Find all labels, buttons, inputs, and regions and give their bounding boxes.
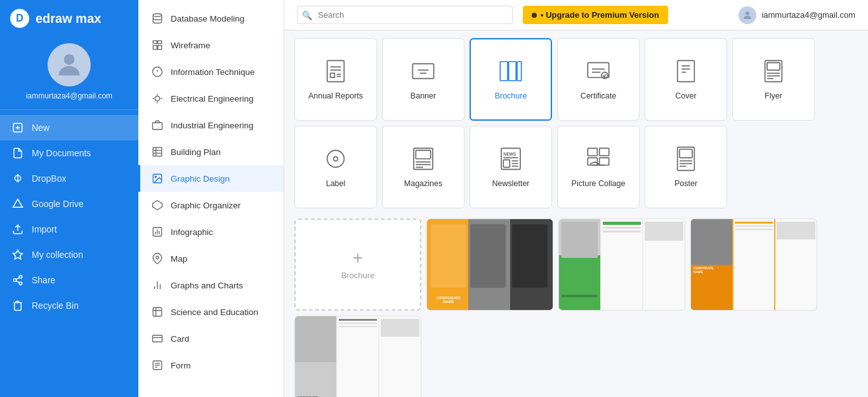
template-card-newsletter[interactable]: NEWS Newsletter — [470, 126, 552, 208]
svg-rect-53 — [412, 64, 433, 78]
map-icon — [150, 252, 164, 266]
sidebar-item-import[interactable]: Import — [0, 217, 138, 242]
menu-item-industrial-engineering[interactable]: Industrial Engineering — [138, 112, 284, 138]
template-card-certificate[interactable]: Certificate — [557, 38, 640, 121]
cover-icon — [673, 58, 699, 86]
svg-rect-57 — [509, 62, 516, 81]
topbar-user-email: iammurtaza4@gmail.com — [761, 10, 855, 20]
menu-item-map[interactable]: Map — [138, 245, 284, 272]
upgrade-button[interactable]: • Upgrade to Premium Version — [523, 6, 668, 24]
recycle-bin-icon — [11, 299, 24, 312]
menu-item-graphic-design-label: Graphic Design — [171, 174, 230, 184]
poster-icon — [673, 146, 699, 174]
svg-rect-16 — [153, 41, 157, 44]
svg-rect-87 — [600, 148, 609, 156]
electrical-engineering-icon — [150, 91, 164, 105]
menu-item-science-and-education[interactable]: Science and Education — [138, 299, 284, 325]
brochure-templates-grid: + Brochure CORPORATENAME — [294, 219, 858, 397]
menu-item-information-technique-label: Information Technique — [171, 67, 255, 77]
svg-point-15 — [153, 14, 162, 17]
svg-rect-89 — [600, 158, 609, 165]
menu-item-card[interactable]: Card — [138, 325, 284, 352]
sidebar-item-recycle-bin[interactable]: Recycle Bin — [0, 293, 138, 318]
menu-item-infographic[interactable]: Infographic — [138, 219, 284, 245]
card-icon — [150, 332, 164, 346]
svg-rect-88 — [588, 158, 597, 165]
sidebar-item-my-documents-label: My Documents — [32, 148, 91, 158]
template-card-banner[interactable]: Banner — [382, 38, 464, 121]
brand-icon: D — [10, 9, 29, 28]
template-categories-grid: Annual Reports Banner — [294, 38, 858, 208]
svg-rect-50 — [331, 73, 335, 77]
template-card-label[interactable]: Label — [294, 126, 377, 208]
svg-rect-40 — [153, 335, 162, 342]
menu-item-electrical-engineering[interactable]: Electrical Engineering — [138, 85, 284, 112]
menu-item-information-technique[interactable]: Information Technique — [138, 58, 284, 85]
template-card-picture-collage[interactable]: Picture Collage — [557, 126, 640, 208]
sidebar: D edraw max iammurtaza4@gmail.com New My… — [0, 0, 138, 397]
svg-rect-19 — [158, 46, 162, 50]
menu-item-graphic-organizer-label: Graphic Organizer — [171, 201, 240, 210]
template-card-annual-reports[interactable]: Annual Reports — [294, 38, 377, 121]
template-card-brochure[interactable]: Brochure — [470, 38, 552, 121]
annual-reports-icon — [323, 58, 348, 86]
sidebar-item-dropbox-label: DropBox — [32, 173, 66, 184]
new-brochure-label: Brochure — [341, 271, 375, 280]
google-drive-icon — [11, 198, 24, 210]
svg-rect-63 — [678, 60, 695, 81]
template-card-magazines[interactable]: Magazines — [382, 126, 464, 208]
user-avatar-small — [739, 6, 756, 24]
svg-point-36 — [156, 256, 159, 259]
share-icon — [11, 274, 24, 286]
sidebar-item-my-documents[interactable]: My Documents — [0, 140, 138, 166]
menu-item-building-plan-label: Building Plan — [171, 147, 221, 157]
brochure-template-2[interactable] — [558, 219, 685, 311]
svg-point-12 — [19, 282, 22, 285]
sidebar-item-dropbox[interactable]: DropBox — [0, 166, 138, 191]
upgrade-dot — [532, 13, 537, 18]
sidebar-item-new[interactable]: New — [0, 115, 138, 140]
svg-rect-24 — [153, 123, 162, 130]
template-card-poster-label: Poster — [674, 179, 697, 188]
template-card-poster[interactable]: Poster — [645, 126, 727, 208]
dropbox-icon — [11, 172, 24, 185]
search-input[interactable] — [297, 6, 513, 24]
sidebar-item-google-drive[interactable]: Google Drive — [0, 191, 138, 217]
menu-item-map-label: Map — [171, 254, 187, 264]
svg-line-14 — [16, 278, 19, 279]
svg-point-23 — [155, 96, 160, 101]
svg-rect-58 — [517, 62, 522, 81]
menu-item-graphs-and-charts[interactable]: Graphs and Charts — [138, 272, 284, 299]
sidebar-item-recycle-bin-label: Recycle Bin — [32, 300, 79, 311]
menu-item-form-label: Form — [171, 361, 191, 370]
infographic-icon — [150, 225, 164, 239]
brochure-icon — [498, 58, 523, 86]
menu-item-graphic-organizer[interactable]: Graphic Organizer — [138, 192, 284, 219]
science-and-education-icon — [150, 305, 164, 319]
label-icon — [323, 146, 348, 174]
search-icon: 🔍 — [302, 10, 312, 20]
template-card-flyer[interactable]: Flyer — [732, 38, 815, 121]
brand-logo: D edraw max — [0, 0, 138, 37]
user-info: iammurtaza4@gmail.com — [739, 6, 855, 24]
menu-item-infographic-label: Infographic — [171, 227, 213, 237]
menu-item-building-plan[interactable]: Building Plan — [138, 138, 284, 165]
template-card-certificate-label: Certificate — [581, 91, 616, 100]
building-plan-icon — [150, 145, 164, 159]
svg-marker-31 — [153, 201, 162, 210]
template-card-flyer-label: Flyer — [765, 91, 782, 100]
brochure-template-4[interactable]: CORPORATENAME — [294, 316, 421, 397]
menu-item-form[interactable]: Form — [138, 352, 284, 379]
brochure-template-3[interactable]: CORPORATENAME — [690, 219, 817, 311]
sidebar-item-share[interactable]: Share — [0, 267, 138, 293]
template-card-cover[interactable]: Cover — [645, 38, 727, 121]
menu-item-database-modeling[interactable]: Database Modeling — [138, 5, 284, 32]
new-brochure-card[interactable]: + Brochure — [294, 219, 421, 311]
middle-menu: Database Modeling Wireframe Information … — [138, 0, 284, 397]
svg-point-46 — [746, 11, 749, 15]
menu-item-wireframe[interactable]: Wireframe — [138, 32, 284, 58]
brochure-template-1[interactable]: CORPORATENAME — [426, 219, 553, 311]
wireframe-icon — [150, 38, 164, 52]
sidebar-item-my-collection[interactable]: My collection — [0, 242, 138, 267]
menu-item-graphic-design[interactable]: Graphic Design — [138, 165, 284, 192]
